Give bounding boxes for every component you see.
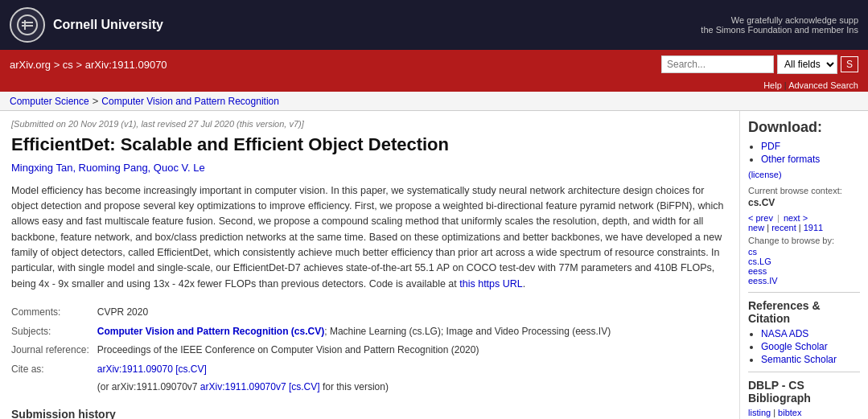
nav-separator: >: [93, 95, 99, 107]
reference-links-list: NASA ADS Google Scholar Semantic Scholar: [748, 328, 860, 365]
arxiv-id-link[interactable]: arXiv:1911.09070: [97, 364, 173, 375]
content-area: [Submitted on 20 Nov 2019 (v1), last rev…: [0, 111, 739, 419]
comments-value: CVPR 2020: [97, 303, 614, 322]
dblp-links: listing | bibtex: [748, 408, 860, 417]
ref-citation-title: References & Citation: [748, 299, 860, 325]
journal-label: Journal reference:: [11, 341, 97, 360]
browse-nav-links: < prev | next > new | recent | 1911: [748, 213, 860, 232]
metadata: Comments: CVPR 2020 Subjects: Computer V…: [11, 303, 728, 396]
cornell-logo: [10, 7, 45, 43]
svg-rect-1: [22, 22, 33, 23]
pdf-link[interactable]: PDF: [761, 141, 780, 152]
browse-context-value: cs.CV: [748, 197, 860, 208]
browse-eess-iv-link[interactable]: eess.IV: [748, 276, 860, 285]
arxiv-v7-link[interactable]: arXiv:1911.09070v7: [200, 381, 286, 392]
subjects-label: Subjects:: [11, 322, 97, 342]
page-nav-bar: Computer Science > Computer Vision and P…: [0, 92, 868, 111]
author-mingxing[interactable]: Mingxing Tan: [11, 162, 72, 174]
dblp-title: DBLP - CS Bibliograph: [748, 379, 860, 405]
dblp-listing-link[interactable]: listing: [748, 408, 771, 417]
cs-cv-or-link[interactable]: [cs.CV]: [289, 381, 320, 392]
breadcrumb: arXiv.org > cs > arXiv:1911.09070: [10, 59, 167, 71]
recent-link[interactable]: recent: [771, 223, 796, 232]
authors: Mingxing Tan, Ruoming Pang, Quoc V. Le: [11, 162, 728, 174]
svg-rect-3: [24, 20, 26, 30]
category-link[interactable]: Computer Vision and Pattern Recognition: [101, 96, 279, 107]
header-left: Cornell University: [10, 7, 163, 43]
author-quoc[interactable]: Quoc V. Le: [154, 162, 205, 174]
help-bar: Help | Advanced Search: [0, 79, 868, 92]
acknowledgement-text: We gratefully acknowledge supp the Simon…: [701, 15, 858, 35]
other-formats-link[interactable]: Other formats: [761, 154, 820, 165]
advanced-search-link[interactable]: Advanced Search: [788, 80, 858, 90]
browse-cs-link[interactable]: cs: [748, 247, 860, 257]
license-link[interactable]: (license): [748, 170, 860, 179]
subject-link[interactable]: Computer Science: [10, 96, 89, 107]
change-browse-label: Change to browse by:: [748, 236, 860, 245]
help-link[interactable]: Help: [763, 80, 782, 90]
author-ruoming[interactable]: Ruoming Pang: [79, 162, 148, 174]
google-scholar-link[interactable]: Google Scholar: [761, 341, 828, 352]
search-area: All fields S: [661, 55, 858, 74]
year-link[interactable]: 1911: [804, 223, 823, 232]
browse-cs-lg-link[interactable]: cs.LG: [748, 257, 860, 266]
download-list: PDF Other formats: [748, 141, 860, 165]
paper-title: EfficientDet: Scalable and Efficient Obj…: [11, 134, 728, 157]
main-container: [Submitted on 20 Nov 2019 (v1), last rev…: [0, 111, 868, 419]
new-link[interactable]: new: [748, 223, 764, 232]
semantic-scholar-link[interactable]: Semantic Scholar: [761, 354, 837, 365]
abstract: Model efficiency has become increasingly…: [11, 183, 728, 293]
cite-value: arXiv:1911.09070 [cs.CV] (or arXiv:1911.…: [97, 360, 614, 396]
abstract-url-link[interactable]: this https URL: [459, 278, 523, 290]
prev-link[interactable]: < prev: [748, 213, 773, 223]
nasa-ads-link[interactable]: NASA ADS: [761, 328, 808, 339]
search-button[interactable]: S: [841, 56, 858, 72]
search-field-select[interactable]: All fields: [777, 55, 837, 74]
journal-value: Proceedings of the IEEE Conference on Co…: [97, 341, 614, 360]
cite-label: Cite as:: [11, 360, 97, 396]
sidebar: Download: PDF Other formats (license) Cu…: [739, 111, 868, 419]
comments-label: Comments:: [11, 303, 97, 322]
next-link[interactable]: next >: [784, 213, 808, 223]
submission-history-title: Submission history: [11, 408, 728, 419]
cs-cv-link[interactable]: Computer Vision and Pattern Recognition …: [97, 326, 324, 337]
browse-context-label: Current browse context:: [748, 186, 860, 195]
svg-rect-2: [22, 25, 33, 27]
dblp-bibtex-link[interactable]: bibtex: [778, 408, 801, 417]
divider-2: [748, 372, 860, 372]
search-input[interactable]: [661, 55, 774, 73]
submission-info: [Submitted on 20 Nov 2019 (v1), last rev…: [11, 119, 728, 129]
browse-eess-link[interactable]: eess: [748, 266, 860, 276]
change-browse-links: cs cs.LG eess eess.IV: [748, 247, 860, 285]
cs-cv-tag-link[interactable]: [cs.CV]: [175, 364, 207, 375]
site-header: Cornell University We gratefully acknowl…: [0, 0, 868, 50]
divider-1: [748, 292, 860, 293]
cornell-university-name: Cornell University: [53, 18, 163, 32]
subjects-value: Computer Vision and Pattern Recognition …: [97, 322, 614, 342]
download-title: Download:: [748, 119, 860, 136]
navbar: arXiv.org > cs > arXiv:1911.09070 All fi…: [0, 50, 868, 79]
